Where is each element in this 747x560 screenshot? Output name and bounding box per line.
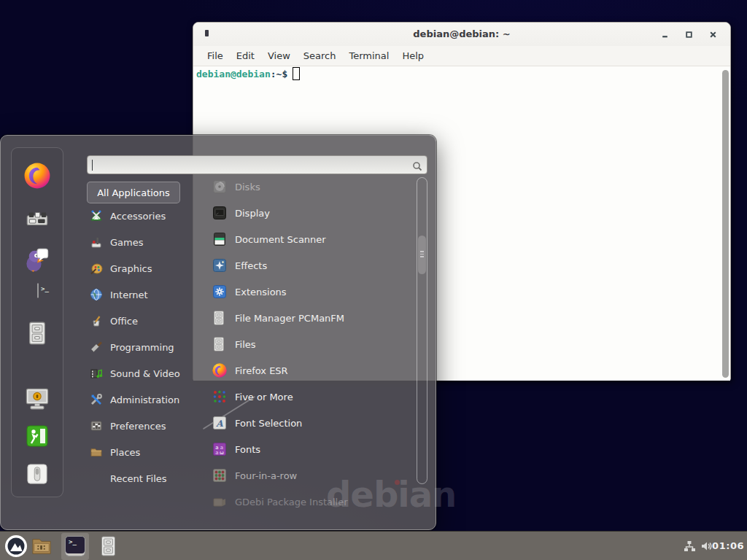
prompt-user: debian@debian: [196, 69, 271, 79]
programming-icon: [90, 341, 103, 354]
terminal-cursor: [293, 67, 300, 80]
clock[interactable]: 01:06: [712, 532, 744, 560]
svg-text:a: a: [215, 450, 218, 456]
favorite-keyboard-icon[interactable]: [25, 207, 50, 232]
category-label: Office: [110, 316, 138, 327]
category-office[interactable]: Office: [85, 308, 195, 334]
app-file-manager-pcmanfm[interactable]: File Manager PCManFM: [193, 305, 414, 331]
shell-prompt: debian@debian:~$: [196, 69, 300, 80]
category-places[interactable]: Places: [85, 439, 195, 465]
menu-file[interactable]: File: [201, 48, 230, 63]
administration-icon: [90, 393, 103, 406]
terminal-scrollbar[interactable]: [722, 70, 729, 378]
category-internet[interactable]: Internet: [85, 281, 195, 308]
category-list: Accessories Games Graphics Internet Offi…: [85, 203, 195, 491]
category-sound-video[interactable]: Sound & Video: [85, 360, 195, 386]
app-extensions[interactable]: Extensions: [193, 279, 414, 305]
favorite-pidgin-icon[interactable]: [24, 246, 50, 276]
accessories-icon: [90, 209, 103, 222]
search-box: [87, 155, 427, 174]
effects-icon: [212, 258, 227, 273]
category-label: Graphics: [110, 263, 152, 274]
fonts-icon: aaaω: [212, 442, 227, 456]
category-recent-files[interactable]: Recent Files: [85, 465, 195, 491]
filter-all-applications[interactable]: All Applications: [87, 182, 180, 203]
app-gdebi-package-installer[interactable]: GDebi Package Installer: [193, 489, 414, 515]
maximize-button[interactable]: [685, 31, 693, 39]
category-label: Internet: [110, 289, 148, 300]
firefox-icon: [212, 363, 227, 378]
office-icon: [90, 314, 103, 327]
category-administration[interactable]: Administration: [85, 386, 195, 413]
category-label: Preferences: [110, 421, 166, 432]
app-font-selection[interactable]: A Font Selection: [193, 410, 414, 436]
document-scanner-icon: [212, 232, 227, 246]
prompt-path: :~$: [271, 69, 287, 79]
category-label: Accessories: [110, 211, 166, 222]
menu-edit[interactable]: Edit: [230, 48, 261, 63]
network-icon[interactable]: [683, 540, 696, 556]
display-icon: [212, 206, 227, 220]
font-selection-icon: A: [212, 416, 227, 430]
app-four-in-a-row[interactable]: Four-in-a-row: [193, 462, 414, 489]
terminal-titlebar[interactable]: debian@debian: ~: [193, 23, 730, 46]
terminal-menubar: File Edit View Search Terminal Help: [193, 46, 730, 66]
favorite-file-manager-icon[interactable]: [27, 322, 47, 348]
four-in-a-row-icon: [212, 468, 227, 483]
app-label: Firefox ESR: [235, 365, 288, 376]
svg-text:A: A: [215, 419, 223, 429]
search-input[interactable]: [88, 156, 427, 174]
menu-help[interactable]: Help: [395, 48, 430, 63]
five-or-more-icon: [212, 389, 227, 404]
category-accessories[interactable]: Accessories: [85, 203, 195, 229]
favorite-firefox-icon[interactable]: [24, 163, 50, 192]
category-label: Places: [110, 447, 140, 458]
app-files[interactable]: Files: [193, 331, 414, 357]
desktop: debian@debian: ~ File Edit View Search T…: [0, 0, 747, 560]
app-label: Font Selection: [235, 418, 302, 429]
app-label: Extensions: [235, 287, 287, 298]
close-button[interactable]: [709, 31, 717, 39]
application-menu: debian: [0, 135, 436, 530]
menu-terminal[interactable]: Terminal: [342, 48, 395, 63]
app-label: Display: [235, 208, 270, 219]
preferences-icon: [90, 419, 103, 432]
app-firefox-esr[interactable]: Firefox ESR: [193, 357, 414, 384]
menu-view[interactable]: View: [261, 48, 297, 63]
app-label: Fonts: [235, 444, 260, 455]
app-effects[interactable]: Effects: [193, 252, 414, 279]
app-label: Four-in-a-row: [235, 470, 297, 481]
shutdown-icon[interactable]: [26, 463, 48, 488]
app-label: Document Scanner: [235, 234, 326, 245]
app-list-scrollbar-thumb[interactable]: [418, 236, 426, 274]
app-label: GDebi Package Installer: [235, 497, 348, 508]
taskbar-terminal[interactable]: [65, 536, 85, 556]
recent-files-spacer: [90, 472, 103, 485]
taskbar-file-manager-folder[interactable]: [31, 536, 53, 559]
lock-screen-icon[interactable]: [24, 387, 50, 415]
internet-icon: [90, 288, 103, 301]
category-preferences[interactable]: Preferences: [85, 413, 195, 439]
application-list: Disks Display Document Scanner Effects E…: [193, 174, 414, 516]
extensions-icon: [212, 284, 227, 299]
sound-video-icon: [90, 367, 103, 380]
category-graphics[interactable]: Graphics: [85, 255, 195, 281]
app-fonts[interactable]: aaaω Fonts: [193, 436, 414, 462]
app-disks[interactable]: Disks: [193, 174, 414, 200]
category-programming[interactable]: Programming: [85, 334, 195, 360]
taskbar-file-cabinet[interactable]: [99, 536, 117, 559]
file-cabinet-icon: [212, 337, 227, 351]
app-display[interactable]: Display: [193, 200, 414, 226]
minimize-button[interactable]: [661, 31, 669, 39]
app-five-or-more[interactable]: Five or More: [193, 384, 414, 410]
places-icon: [90, 446, 103, 459]
app-document-scanner[interactable]: Document Scanner: [193, 226, 414, 252]
favorite-terminal-icon[interactable]: [37, 283, 39, 298]
log-out-icon[interactable]: [26, 424, 49, 451]
gdebi-icon: [212, 494, 227, 509]
menu-search[interactable]: Search: [297, 48, 343, 63]
category-label: Games: [110, 237, 143, 248]
category-games[interactable]: Games: [85, 229, 195, 255]
app-list-scrollbar[interactable]: [417, 177, 427, 484]
menu-button[interactable]: [4, 534, 28, 560]
